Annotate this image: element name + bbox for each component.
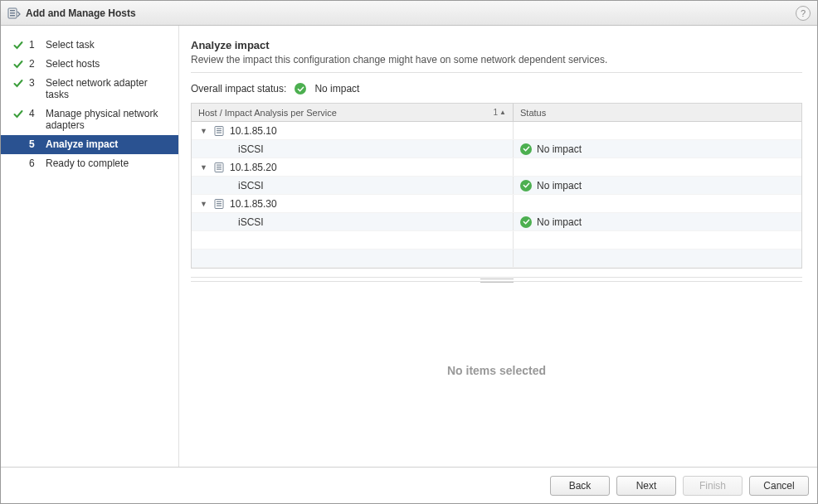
step-number: 6 [29, 158, 41, 169]
step-label: Analyze impact [46, 138, 170, 150]
service-name: iSCSI [238, 216, 264, 228]
svg-rect-2 [10, 12, 15, 14]
wizard-step-4[interactable]: 4Manage physical network adapters [1, 104, 178, 135]
expand-toggle-icon[interactable]: ▼ [200, 200, 208, 208]
check-icon [12, 109, 24, 120]
service-status: No impact [537, 180, 582, 191]
host-icon [213, 162, 225, 173]
step-number: 4 [29, 108, 41, 119]
step-label: Ready to complete [46, 158, 170, 169]
table-body: ▼10.1.85.10iSCSINo impact▼10.1.85.20iSCS… [192, 122, 801, 268]
step-number: 5 [29, 138, 41, 150]
service-name: iSCSI [238, 180, 264, 191]
sort-indicator: 1 ▲ [494, 108, 506, 117]
step-number: 1 [29, 39, 41, 51]
step-label: Select hosts [46, 58, 170, 70]
col-status-header[interactable]: Status [514, 104, 801, 121]
next-button[interactable]: Next [616, 476, 676, 496]
detail-panel: No items selected [191, 282, 802, 458]
table-row-service[interactable]: iSCSINo impact [192, 213, 801, 231]
detail-empty-text: No items selected [447, 364, 546, 377]
host-icon [213, 125, 225, 137]
overall-status-text: No impact [314, 83, 359, 94]
table-row-empty [192, 250, 801, 268]
check-icon [12, 40, 24, 51]
wizard-step-5: 5Analyze impact [1, 135, 178, 154]
col-host-header-label: Host / Impact Analysis per Service [198, 108, 337, 118]
host-icon [213, 198, 225, 210]
table-row-empty [192, 231, 801, 250]
svg-rect-13 [217, 201, 222, 201]
window-title: Add and Manage Hosts [26, 7, 136, 19]
check-icon [12, 158, 24, 170]
svg-rect-14 [217, 203, 222, 204]
table-row-service[interactable]: iSCSINo impact [192, 140, 801, 158]
svg-rect-7 [217, 132, 222, 133]
svg-rect-11 [217, 168, 222, 169]
back-button[interactable]: Back [550, 476, 610, 496]
status-ok-icon [520, 143, 532, 155]
step-label: Select network adapter tasks [46, 77, 170, 101]
wizard-dialog: Add and Manage Hosts ? 1Select task2Sele… [0, 0, 818, 504]
svg-rect-9 [217, 164, 222, 165]
table-header: Host / Impact Analysis per Service 1 ▲ S… [192, 104, 801, 122]
svg-rect-3 [10, 15, 15, 17]
overall-status-label: Overall impact status: [191, 83, 286, 94]
step-number: 2 [29, 58, 41, 70]
wizard-step-2[interactable]: 2Select hosts [1, 55, 178, 74]
host-name: 10.1.85.10 [230, 125, 277, 137]
splitter-handle[interactable] [191, 277, 802, 282]
table-row-host[interactable]: ▼10.1.85.30 [192, 195, 801, 213]
help-button[interactable]: ? [796, 6, 811, 21]
svg-rect-6 [217, 130, 222, 131]
check-icon [12, 59, 24, 70]
impact-table: Host / Impact Analysis per Service 1 ▲ S… [191, 103, 802, 269]
table-row-host[interactable]: ▼10.1.85.20 [192, 158, 801, 177]
status-ok-icon [520, 180, 532, 191]
col-host-header[interactable]: Host / Impact Analysis per Service 1 ▲ [192, 104, 514, 121]
wizard-steps-sidebar: 1Select task2Select hosts3Select network… [1, 26, 179, 467]
svg-rect-1 [10, 10, 15, 12]
svg-rect-15 [217, 205, 222, 206]
expand-toggle-icon[interactable]: ▼ [200, 163, 208, 172]
finish-button: Finish [683, 476, 743, 496]
page-title: Analyze impact [191, 39, 802, 51]
step-label: Manage physical network adapters [46, 108, 170, 132]
svg-rect-10 [217, 167, 222, 167]
wizard-main-panel: Analyze impact Review the impact this co… [179, 26, 817, 467]
col-status-header-label: Status [520, 108, 546, 118]
service-name: iSCSI [238, 143, 264, 155]
table-row-host[interactable]: ▼10.1.85.10 [192, 122, 801, 140]
service-status: No impact [537, 143, 582, 155]
table-row-service[interactable]: iSCSINo impact [192, 177, 801, 195]
divider [191, 72, 802, 73]
step-number: 3 [29, 77, 41, 89]
page-description: Review the impact this configuration cha… [191, 54, 802, 65]
sort-asc-icon: ▲ [499, 109, 506, 116]
cancel-button[interactable]: Cancel [749, 476, 809, 496]
step-label: Select task [46, 39, 170, 51]
wizard-step-1[interactable]: 1Select task [1, 36, 178, 55]
hosts-wizard-icon [7, 7, 21, 20]
svg-rect-5 [217, 128, 222, 128]
expand-toggle-icon[interactable]: ▼ [200, 127, 208, 135]
overall-status-row: Overall impact status: No impact [191, 83, 802, 94]
service-status: No impact [537, 216, 582, 228]
host-name: 10.1.85.20 [230, 162, 277, 173]
wizard-footer: Back Next Finish Cancel [1, 467, 817, 503]
wizard-step-6[interactable]: 6Ready to complete [1, 154, 178, 173]
titlebar: Add and Manage Hosts ? [1, 1, 817, 26]
host-name: 10.1.85.30 [230, 198, 277, 210]
status-ok-icon [295, 83, 306, 94]
status-ok-icon [520, 216, 532, 228]
wizard-step-3[interactable]: 3Select network adapter tasks [1, 74, 178, 104]
check-icon [12, 78, 24, 90]
